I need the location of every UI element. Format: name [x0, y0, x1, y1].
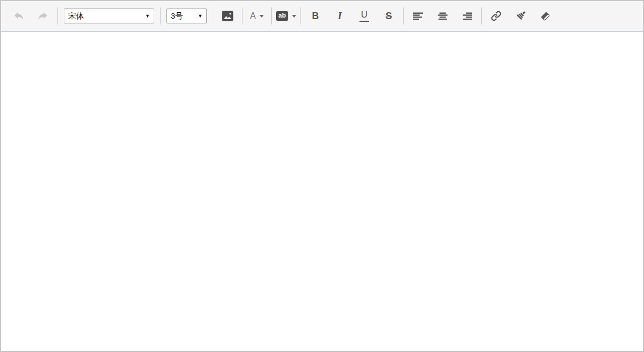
redo-button[interactable]	[31, 5, 55, 27]
undo-button[interactable]	[6, 5, 31, 27]
toolbar-divider	[57, 7, 58, 24]
highlight-color-button[interactable]: ab	[274, 5, 298, 27]
redo-icon	[37, 10, 49, 22]
eraser-button[interactable]	[533, 5, 557, 27]
align-right-button[interactable]	[455, 5, 479, 27]
highlight-label: ab	[276, 11, 288, 21]
strikethrough-button[interactable]: S	[377, 5, 401, 27]
align-left-button[interactable]	[406, 5, 430, 27]
link-icon	[490, 10, 502, 22]
toolbar-divider	[160, 7, 161, 24]
toolbar-divider	[300, 7, 301, 24]
align-left-icon	[413, 12, 423, 20]
toolbar-divider	[242, 7, 242, 24]
align-center-button[interactable]	[430, 5, 455, 27]
font-color-label: A	[250, 12, 256, 20]
bold-button[interactable]: B	[303, 5, 328, 27]
editor-content[interactable]	[1, 32, 643, 351]
select-caret-icon: ▼	[198, 14, 203, 19]
toolbar-divider	[403, 7, 404, 24]
underline-label: U	[359, 10, 369, 22]
editor-toolbar: 宋体 ▼ 3号 ▼ A	[1, 1, 643, 32]
font-color-caret-icon	[260, 15, 264, 18]
italic-button[interactable]: I	[328, 5, 352, 27]
underline-button[interactable]: U	[352, 5, 377, 27]
brush-icon	[514, 10, 527, 22]
font-color-button[interactable]: A	[245, 5, 269, 27]
bold-label: B	[312, 11, 319, 22]
toolbar-divider	[481, 7, 482, 24]
toolbar-divider	[271, 7, 272, 24]
font-size-value: 3号	[171, 11, 183, 21]
align-center-icon	[438, 12, 448, 20]
undo-icon	[13, 10, 24, 22]
font-family-value: 宋体	[68, 11, 84, 21]
brush-button[interactable]	[508, 5, 533, 27]
highlight-caret-icon	[292, 15, 296, 18]
align-right-icon	[462, 12, 472, 20]
font-size-select[interactable]: 3号 ▼	[166, 9, 207, 23]
italic-label: I	[338, 10, 341, 22]
font-family-select[interactable]: 宋体 ▼	[64, 9, 154, 23]
strikethrough-label: S	[386, 11, 392, 22]
insert-link-button[interactable]	[484, 5, 508, 27]
rich-text-editor: 宋体 ▼ 3号 ▼ A	[0, 0, 644, 352]
image-icon	[222, 11, 233, 21]
insert-image-button[interactable]	[215, 5, 240, 27]
toolbar-divider	[213, 7, 213, 24]
select-caret-icon: ▼	[145, 14, 150, 19]
eraser-icon	[539, 10, 551, 22]
